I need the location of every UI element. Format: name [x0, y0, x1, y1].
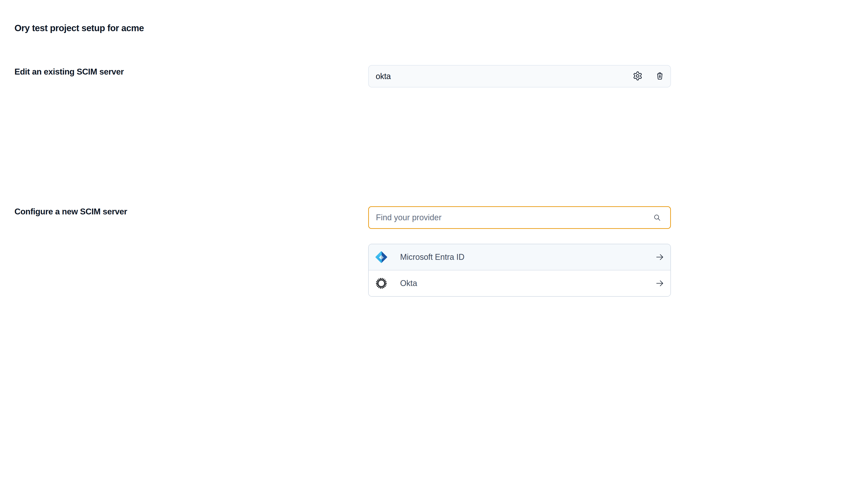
scim-setup-page: Ory test project setup for acme Edit an …: [0, 0, 868, 488]
microsoft-entra-id-logo-icon: [375, 251, 388, 263]
search-icon: [653, 214, 661, 222]
server-name: okta: [376, 72, 391, 81]
gear-icon: [633, 71, 643, 82]
provider-search-input[interactable]: [369, 207, 653, 228]
provider-row-okta[interactable]: Okta: [369, 270, 671, 296]
server-card-actions: [632, 71, 665, 82]
trash-icon: [655, 71, 664, 81]
provider-search-box: [368, 206, 671, 229]
provider-row-microsoft-entra-id[interactable]: Microsoft Entra ID: [369, 244, 671, 270]
okta-logo-icon: [375, 277, 388, 290]
server-settings-button[interactable]: [632, 71, 643, 82]
page-title: Ory test project setup for acme: [14, 23, 144, 33]
provider-name: Microsoft Entra ID: [400, 252, 464, 262]
provider-name: Okta: [400, 279, 417, 288]
provider-list: Microsoft Entra ID: [368, 244, 671, 297]
arrow-right-icon: [655, 279, 664, 288]
arrow-right-icon: [655, 252, 664, 262]
new-server-heading: Configure a new SCIM server: [14, 207, 127, 217]
existing-server-heading: Edit an existing SCIM server: [14, 67, 124, 77]
existing-server-card: okta: [368, 65, 671, 88]
server-delete-button[interactable]: [655, 71, 665, 82]
